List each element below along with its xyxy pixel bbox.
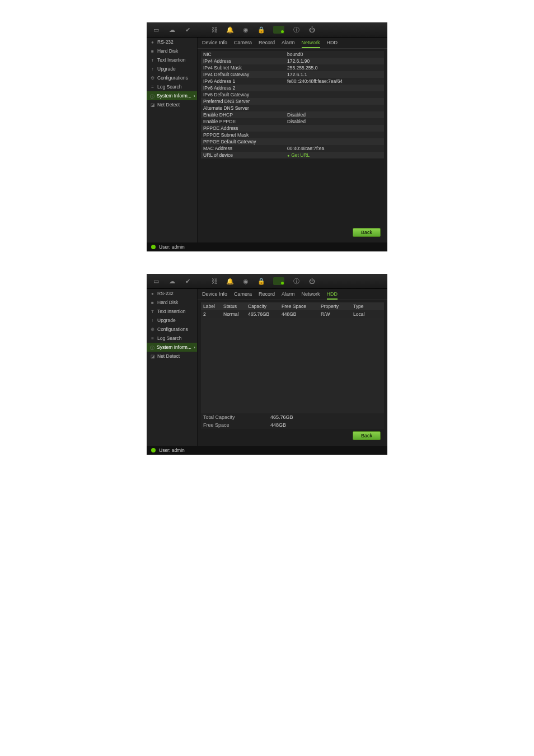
summary-label: Free Space (203, 422, 270, 428)
info-value: Disabled (287, 112, 382, 118)
tab-hdd[interactable]: HDD (327, 291, 338, 300)
sidebar-item-netdetect[interactable]: ◪Net Detect (147, 100, 197, 109)
back-button[interactable]: Back (353, 228, 381, 237)
sidebar-item-label: Hard Disk (157, 300, 178, 305)
upgrade-icon: ↑ (150, 318, 155, 323)
tab-network[interactable]: Network (302, 291, 320, 300)
cell: Normal (223, 311, 248, 317)
network-icon[interactable]: ⛓ (210, 26, 218, 34)
nvr-system-info-hdd: ▭ ☁ ✔ ⛓ 🔔 ◉ 🔒 ⓘ ⏻ ●RS-232 ■Hard Disk TTe… (147, 274, 387, 455)
tab-network[interactable]: Network (302, 40, 320, 48)
info-row: IPv6 Default Gateway (201, 91, 384, 98)
sidebar-item-label: System Inform... (157, 93, 191, 99)
col-freespace: Free Space (282, 304, 321, 309)
sidebar-item-label: Net Detect (157, 353, 180, 359)
upgrade-icon: ↑ (150, 67, 155, 72)
col-type: Type (353, 304, 381, 309)
sidebar-item-upgrade[interactable]: ↑Upgrade (147, 64, 197, 73)
back-button[interactable]: Back (353, 431, 381, 440)
sidebar-item-configurations[interactable]: ⚙Configurations (147, 325, 197, 334)
sidebar-item-harddisk[interactable]: ■Hard Disk (147, 298, 197, 307)
info-row: IPv4 Default Gateway172.6.1.1 (201, 71, 384, 78)
display-icon[interactable] (273, 26, 284, 34)
info-value (287, 132, 382, 138)
lock-icon[interactable]: 🔒 (257, 277, 265, 285)
monitor-icon[interactable]: ▭ (152, 277, 160, 285)
info-label: IPv4 Address (203, 58, 287, 64)
table-row[interactable]: 2Normal465.76GB448GBR/WLocal (201, 310, 384, 318)
sidebar-item-logsearch[interactable]: ≡Log Search (147, 334, 197, 343)
tab-bar: Device Info Camera Record Alarm Network … (198, 38, 387, 49)
info-value (287, 99, 382, 104)
cloud-icon[interactable]: ☁ (168, 277, 176, 285)
sidebar-item-logsearch[interactable]: ≡Log Search (147, 82, 197, 91)
tab-bar: Device Info Camera Record Alarm Network … (198, 289, 387, 300)
col-label: Label (203, 304, 223, 309)
sidebar-item-netdetect[interactable]: ◪Net Detect (147, 352, 197, 361)
summary-row: Free Space448GB (201, 421, 384, 429)
display-icon[interactable] (273, 277, 284, 285)
tab-alarm[interactable]: Alarm (282, 40, 295, 48)
bell-icon[interactable]: 🔔 (226, 277, 234, 285)
sidebar-item-rs232[interactable]: ●RS-232 (147, 38, 197, 46)
status-bar: User: admin (147, 242, 387, 251)
sidebar-item-textinsertion[interactable]: TText Insertion (147, 307, 197, 316)
tab-record[interactable]: Record (259, 40, 275, 48)
sidebar-item-systeminfo[interactable]: ⓘSystem Inform...› (147, 91, 197, 100)
sidebar-item-configurations[interactable]: ⚙Configurations (147, 73, 197, 82)
info-row: MAC Address00:40:48:ae:7f:ea (201, 145, 384, 152)
tab-deviceinfo[interactable]: Device Info (202, 40, 227, 48)
cell: Local (353, 311, 381, 317)
top-icon-bar: ▭ ☁ ✔ ⛓ 🔔 ◉ 🔒 ⓘ ⏻ (147, 274, 387, 289)
info-label: Enable DHCP (203, 112, 287, 118)
power-icon[interactable]: ⏻ (308, 26, 316, 34)
network-icon[interactable]: ⛓ (210, 277, 218, 285)
col-capacity: Capacity (248, 304, 282, 309)
sidebar-item-rs232[interactable]: ●RS-232 (147, 289, 197, 298)
cell: 465.76GB (248, 311, 282, 317)
sidebar-item-textinsertion[interactable]: TText Insertion (147, 55, 197, 64)
lock-icon[interactable]: 🔒 (257, 26, 265, 34)
sidebar-item-label: Configurations (157, 75, 188, 81)
info-icon[interactable]: ⓘ (292, 26, 300, 34)
sidebar-item-harddisk[interactable]: ■Hard Disk (147, 46, 197, 55)
list-icon: ≡ (150, 85, 155, 90)
gear-icon: ⚙ (150, 76, 155, 81)
net-icon: ◪ (150, 354, 155, 359)
tab-camera[interactable]: Camera (234, 40, 252, 48)
power-icon[interactable]: ⏻ (308, 277, 316, 285)
info-icon[interactable]: ⓘ (292, 277, 300, 285)
dot-icon: ● (150, 291, 155, 296)
info-value (287, 105, 382, 111)
tab-record[interactable]: Record (259, 291, 275, 300)
info-value (287, 139, 382, 144)
cell: R/W (321, 311, 353, 317)
summary-label: Total Capacity (203, 414, 270, 420)
info-row: Enable DHCPDisabled (201, 111, 384, 118)
tab-alarm[interactable]: Alarm (282, 291, 295, 300)
sidebar-item-label: Configurations (157, 326, 188, 332)
info-row: URL of deviceGet URL (201, 152, 384, 158)
sidebar-item-systeminfo[interactable]: ⓘSystem Inform...› (147, 343, 197, 352)
sidebar-item-label: Log Search (157, 84, 181, 90)
check-circle-icon[interactable]: ✔ (184, 26, 191, 34)
info-label: IPv4 Default Gateway (203, 72, 287, 77)
get-url-link[interactable]: Get URL (287, 152, 382, 158)
check-circle-icon[interactable]: ✔ (184, 277, 191, 285)
cloud-icon[interactable]: ☁ (168, 26, 176, 34)
info-value: fe80::240:48ff:feae:7ea/64 (287, 78, 382, 84)
sidebar-item-upgrade[interactable]: ↑Upgrade (147, 316, 197, 325)
record-icon[interactable]: ◉ (242, 277, 250, 285)
tab-camera[interactable]: Camera (234, 291, 252, 300)
record-icon[interactable]: ◉ (242, 26, 250, 34)
monitor-icon[interactable]: ▭ (152, 26, 160, 34)
info-value (287, 85, 382, 91)
bell-icon[interactable]: 🔔 (226, 26, 234, 34)
status-user: User: admin (159, 244, 185, 250)
summary-value: 465.76GB (270, 414, 293, 420)
info-row: IPv6 Address 2 (201, 85, 384, 91)
info-value: 255.255.255.0 (287, 65, 382, 71)
tab-hdd[interactable]: HDD (327, 40, 338, 48)
dot-icon: ● (150, 40, 155, 45)
tab-deviceinfo[interactable]: Device Info (202, 291, 227, 300)
